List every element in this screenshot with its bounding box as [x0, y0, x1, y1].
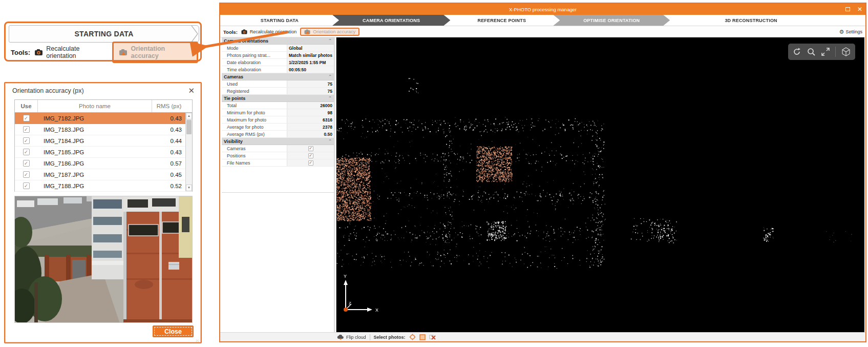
visibility-checkbox[interactable]: ✓ [308, 153, 313, 158]
property-row-minimum-for-photo: Minimum for photo98 [222, 109, 334, 116]
orientation-accuracy-toolbutton[interactable]: Orientation accuracy [300, 28, 359, 36]
table-scrollbar[interactable]: ▲ ▼ [185, 113, 192, 191]
recalculate-orientation-toolbutton[interactable]: Recalculate orientation [241, 29, 297, 34]
photo-row-img_7188.jpg[interactable]: ✓IMG_7188.JPG0.52 [15, 180, 192, 192]
photo-row-img_7186.jpg[interactable]: ✓IMG_7186.JPG0.57 [15, 158, 192, 169]
rms-value: 0.52 [152, 183, 186, 189]
property-value[interactable]: ✓ [287, 159, 334, 166]
group-label: Tie points [224, 96, 245, 101]
photo-row-img_7182.jpg[interactable]: ✓IMG_7182.JPG0.43 [15, 113, 192, 124]
use-checkbox[interactable]: ✓ [23, 182, 30, 189]
photo-name: IMG_7187.JPG [37, 172, 152, 178]
toolbar-separator [835, 47, 836, 57]
property-row-registered: Registered75 [222, 88, 334, 95]
tab-label: 3D RECONSTRUCTION [725, 18, 777, 23]
rotate-view-icon[interactable] [792, 47, 801, 56]
callout-tools-row: Tools: Recalculate orientation Orientati… [11, 45, 198, 60]
property-label: Mode [222, 45, 287, 51]
use-checkbox[interactable]: ✓ [23, 160, 30, 167]
use-checkbox[interactable]: ✓ [23, 115, 30, 121]
use-checkbox[interactable]: ✓ [23, 137, 30, 144]
statusbar-separator [370, 334, 370, 340]
cube-3d-icon[interactable] [841, 47, 851, 57]
property-group-tie-points[interactable]: Tie points⌃ [222, 95, 334, 102]
property-row-average-rms-px-: Average RMS (px)0.50 [222, 131, 334, 138]
collapse-chevron-icon[interactable]: ⌃ [328, 74, 332, 79]
property-row-time-elaboration: Time elaboration00:05:50 [222, 66, 334, 73]
scroll-up-button[interactable]: ▲ [186, 113, 192, 119]
photo-row-img_7185.jpg[interactable]: ✓IMG_7185.JPG0.43 [15, 147, 192, 158]
col-use: Use [15, 103, 37, 109]
property-group-camera-orientations[interactable]: Camera orientations⌃ [222, 37, 334, 45]
photo-row-img_7184.jpg[interactable]: ✓IMG_7184.JPG0.44 [15, 135, 192, 147]
visibility-checkbox[interactable]: ✓ [308, 146, 313, 151]
property-label: Minimum for photo [222, 109, 287, 116]
photo-row-img_7183.jpg[interactable]: ✓IMG_7183.JPG0.43 [15, 124, 192, 135]
camera-warning-icon [119, 49, 128, 56]
use-checkbox[interactable]: ✓ [23, 149, 30, 155]
close-button[interactable]: Close [153, 325, 194, 337]
tab-label: STARTING DATA [261, 18, 299, 23]
window-titlebar[interactable]: X-PHOTO processing manager ✕ [220, 4, 865, 15]
window-close-icon[interactable]: ✕ [857, 6, 862, 12]
tab-starting-data[interactable]: STARTING DATA [220, 15, 339, 26]
photo-building-image [15, 196, 192, 323]
property-label: Registered [222, 88, 287, 94]
maximize-icon[interactable] [845, 7, 850, 11]
collapse-chevron-icon[interactable]: ⌃ [328, 96, 332, 100]
orientation-accuracy-button-callout[interactable]: Orientation accuracy [112, 42, 198, 63]
property-label: Average RMS (px) [222, 131, 287, 137]
point-cloud-canvas[interactable] [336, 37, 864, 332]
flip-cloud-button[interactable]: Flip cloud [337, 335, 366, 340]
photo-name: IMG_7185.JPG [37, 149, 152, 155]
main-toolbar: Tools: Recalculate orientation Orientati… [220, 27, 865, 37]
property-row-file-names: File Names✓ [222, 159, 334, 167]
tab-label: REFERENCE POINTS [477, 18, 526, 23]
property-value: 2378 [287, 124, 334, 130]
col-rms: RMS (px) [152, 103, 186, 109]
property-label: Used [222, 80, 287, 87]
deselect-photos-icon[interactable] [429, 334, 436, 340]
tab-label: OPTIMISE ORIENTATION [583, 18, 640, 23]
property-label: Average for photo [222, 124, 287, 130]
tab-camera-orientations[interactable]: CAMERA ORIENTATIONS [332, 15, 451, 26]
tab-label: CAMERA ORIENTATIONS [363, 18, 420, 23]
property-value: 98 [287, 109, 334, 116]
properties-splitter[interactable] [222, 192, 335, 193]
property-row-cameras: Cameras✓ [222, 145, 334, 152]
use-checkbox[interactable]: ✓ [23, 171, 30, 178]
rms-value: 0.43 [152, 115, 186, 121]
orientation-accuracy-dialog: Orientation accuracy (px) ✕ Use Photo na… [4, 82, 202, 343]
recalculate-orientation-button[interactable]: Recalculate orientation [34, 45, 108, 59]
group-label: Camera orientations [224, 38, 268, 44]
tab-reference-points[interactable]: REFERENCE POINTS [443, 15, 560, 26]
select-photos-point-icon[interactable] [409, 334, 416, 340]
scroll-thumb[interactable] [186, 120, 192, 134]
zoom-icon[interactable] [807, 47, 816, 56]
dialog-close-icon[interactable]: ✕ [188, 86, 195, 95]
collapse-chevron-icon[interactable]: ⌃ [328, 139, 332, 144]
scroll-down-button[interactable]: ▼ [186, 185, 192, 191]
property-value: 6316 [287, 116, 334, 123]
property-group-visibility[interactable]: Visibility⌃ [222, 138, 334, 145]
visibility-checkbox[interactable]: ✓ [308, 160, 313, 166]
property-value: 26000 [287, 102, 334, 109]
collapse-chevron-icon[interactable]: ⌃ [328, 38, 332, 43]
property-value: 0.50 [287, 131, 334, 137]
point-cloud-viewport[interactable]: Y X Z [336, 37, 864, 332]
photo-row-img_7187.jpg[interactable]: ✓IMG_7187.JPG0.45 [15, 169, 192, 180]
settings-label: Settings [845, 29, 862, 34]
fit-view-icon[interactable] [821, 47, 830, 56]
col-photo-name: Photo name [37, 100, 152, 112]
property-row-mode: ModeGlobal [222, 45, 334, 52]
use-checkbox[interactable]: ✓ [23, 126, 30, 133]
property-label: Photos pairing strat... [222, 52, 287, 58]
tab-3d-reconstruction[interactable]: 3D RECONSTRUCTION [663, 15, 839, 26]
property-value[interactable]: ✓ [287, 145, 334, 152]
tab-optimise-orientation[interactable]: OPTIMISE ORIENTATION [553, 15, 670, 26]
property-group-cameras[interactable]: Cameras⌃ [222, 73, 334, 80]
select-photos-rectangle-icon[interactable] [419, 334, 426, 340]
dialog-resize-grip[interactable]: ⁙ [195, 338, 200, 343]
settings-button[interactable]: ⚙ Settings [839, 29, 862, 35]
property-value[interactable]: ✓ [287, 152, 334, 159]
